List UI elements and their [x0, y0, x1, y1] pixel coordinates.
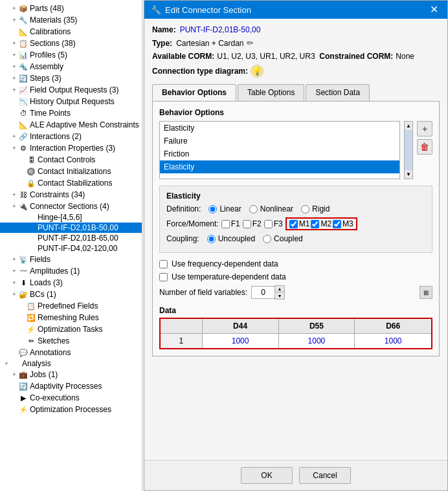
- cell-d55-1[interactable]: 1000: [278, 334, 355, 349]
- radio-coupled[interactable]: Coupled: [263, 234, 303, 243]
- tree-item-contact-stab[interactable]: 🔒 Contact Stabilizations: [0, 177, 142, 189]
- tree-item-annotations[interactable]: 💬 Annotations: [0, 347, 142, 358]
- label-adaptivity: Adaptivity Processes: [30, 382, 102, 391]
- close-button[interactable]: ✕: [427, 5, 441, 15]
- tree-item-time-points[interactable]: ⏱ Time Points: [0, 107, 142, 119]
- tree-item-contact-controls[interactable]: 🎛 Contact Controls: [0, 154, 142, 166]
- behavior-item-friction[interactable]: Friction: [160, 147, 399, 160]
- row-num-1: 1: [160, 334, 202, 349]
- behavior-side-buttons: + 🗑: [417, 121, 432, 179]
- tree-item-history-output[interactable]: 📉 History Output Requests: [0, 96, 142, 107]
- expander-bcs: +: [10, 291, 18, 298]
- cell-d44-1[interactable]: 1000: [202, 334, 278, 349]
- tab-behavior[interactable]: Behavior Options: [152, 84, 236, 101]
- grid-icon[interactable]: ⊞: [420, 286, 432, 299]
- tree-item-loads[interactable]: + ⬇ Loads (3): [0, 277, 142, 289]
- dialog-titlebar: 🔧 Edit Connector Section ✕: [144, 1, 447, 19]
- tree-item-ale[interactable]: 📐 ALE Adaptive Mesh Constraints: [0, 119, 142, 131]
- radio-rigid-input[interactable]: [301, 205, 309, 213]
- force-moment-row: Force/Moment: F1 F2 F3: [166, 217, 425, 230]
- tree-item-materials[interactable]: + 🔧 Materials (35): [0, 14, 142, 26]
- cb-f1-label: F1: [231, 219, 240, 228]
- field-variables-input[interactable]: [251, 286, 274, 299]
- cb-m2[interactable]: [311, 220, 319, 228]
- cell-d66-1[interactable]: 1000: [355, 334, 432, 349]
- icon-co-exec: ▶: [18, 393, 28, 403]
- constrained-corm-label: Constrained CORM:: [319, 52, 393, 61]
- tree-item-interactions[interactable]: + 🔗 Interactions (2): [0, 131, 142, 142]
- tree-item-assembly[interactable]: + 🔩 Assembly: [0, 61, 142, 72]
- tab-table[interactable]: Table Options: [238, 84, 304, 101]
- scroll-up[interactable]: ▲: [405, 122, 412, 130]
- ok-button[interactable]: OK: [241, 467, 293, 484]
- cb-f1[interactable]: [221, 220, 230, 228]
- tree-item-sections[interactable]: + 📋 Sections (38): [0, 38, 142, 49]
- tree-item-profiles[interactable]: + 📊 Profiles (5): [0, 49, 142, 61]
- tree-item-contact-init[interactable]: 🔘 Contact Initializations: [0, 166, 142, 177]
- cb-m3[interactable]: [333, 220, 341, 228]
- add-behavior-button[interactable]: +: [417, 121, 432, 136]
- tree-item-punt-50[interactable]: PUNT-IF-D2,01B-50,00: [0, 223, 142, 233]
- tree-item-remeshing[interactable]: 🔁 Remeshing Rules: [0, 312, 142, 323]
- use-temperature-checkbox[interactable]: [159, 273, 168, 281]
- radio-uncoupled-input[interactable]: [207, 235, 216, 243]
- cb-f3-item: F3: [264, 219, 283, 228]
- tree-item-hinge[interactable]: Hinge-[4,5,6]: [0, 212, 142, 223]
- tree-item-bcs[interactable]: + 🔐 BCs (1): [0, 289, 142, 300]
- tree-item-jobs[interactable]: + 💼 Jobs (1): [0, 369, 142, 380]
- cb-m1[interactable]: [289, 220, 298, 228]
- tree-item-opt-proc[interactable]: ⚡ Optimization Processes: [0, 404, 142, 415]
- use-frequency-checkbox[interactable]: [159, 260, 168, 268]
- label-punt-65: PUNT-IF-D2,01B-65,00: [38, 234, 118, 243]
- radio-linear[interactable]: Linear: [208, 204, 241, 213]
- tree-item-sketches[interactable]: ✏ Sketches: [0, 335, 142, 347]
- cb-f2[interactable]: [243, 220, 251, 228]
- tree-item-co-exec[interactable]: ▶ Co-executions: [0, 392, 142, 404]
- field-variables-spinner[interactable]: ▲ ▼: [251, 285, 285, 300]
- spin-up-button[interactable]: ▲: [275, 286, 284, 292]
- tree-item-interaction-props[interactable]: + ⚙ Interaction Properties (3): [0, 142, 142, 154]
- tree-item-calibrations[interactable]: 📐 Calibrations: [0, 26, 142, 38]
- spin-down-button[interactable]: ▼: [275, 292, 284, 299]
- radio-uncoupled[interactable]: Uncoupled: [207, 234, 255, 243]
- tree-item-constraints[interactable]: + ⛓ Constraints (34): [0, 189, 142, 201]
- behavior-item-elasticity2[interactable]: Elasticity: [160, 160, 399, 173]
- tree-item-amplitudes[interactable]: + 〰 Amplitudes (1): [0, 265, 142, 277]
- bulb-icon[interactable]: 💡: [251, 65, 263, 78]
- tree-item-fields[interactable]: + 📡 Fields: [0, 254, 142, 265]
- label-co-exec: Co-executions: [30, 393, 80, 402]
- tree-item-analysis[interactable]: + Analysis: [0, 358, 142, 369]
- behavior-item-failure[interactable]: Failure: [160, 135, 399, 147]
- radio-nonlinear-input[interactable]: [249, 205, 258, 213]
- radio-coupled-input[interactable]: [263, 235, 271, 243]
- tree-item-punt-120[interactable]: PUNT-IF-D4,02-120,00: [0, 243, 142, 254]
- radio-nonlinear[interactable]: Nonlinear: [249, 204, 293, 213]
- radio-rigid[interactable]: Rigid: [301, 204, 330, 213]
- expander-analysis: +: [3, 360, 10, 367]
- list-scrollbar[interactable]: ▲ ▼: [404, 121, 413, 179]
- icon-jobs: 💼: [18, 369, 28, 380]
- behavior-section-title: Behavior Options: [159, 108, 432, 117]
- icon-profiles: 📊: [18, 50, 28, 60]
- behavior-item-elasticity1[interactable]: Elasticity: [160, 122, 399, 135]
- scroll-down[interactable]: ▼: [405, 170, 412, 179]
- edit-type-icon[interactable]: ✏: [247, 38, 254, 48]
- tab-section[interactable]: Section Data: [306, 84, 370, 101]
- delete-behavior-button[interactable]: 🗑: [417, 139, 432, 155]
- tree-item-optimization[interactable]: ⚡ Optimization Tasks: [0, 323, 142, 335]
- tree-item-predefined[interactable]: 📋 Predefined Fields: [0, 300, 142, 312]
- tree-item-connector-sections[interactable]: + 🔌 Connector Sections (4): [0, 201, 142, 212]
- label-time-points: Time Points: [30, 109, 71, 118]
- tree-item-parts[interactable]: + 📦 Parts (48): [0, 3, 142, 14]
- conn-type-label: Connection type diagram:: [152, 67, 248, 76]
- expander-sections: +: [10, 40, 18, 47]
- tree-item-punt-65[interactable]: PUNT-IF-D2,01B-65,00: [0, 233, 142, 243]
- tree-item-steps[interactable]: + 🔄 Steps (3): [0, 72, 142, 84]
- available-corm-row: Available CORM: U1, U2, U3, UR1, UR2, UR…: [152, 52, 440, 61]
- behavior-list[interactable]: Elasticity Failure Friction Elasticity: [159, 121, 400, 179]
- cb-f3[interactable]: [264, 220, 273, 228]
- cancel-button[interactable]: Cancel: [299, 467, 351, 484]
- radio-linear-input[interactable]: [208, 205, 217, 213]
- tree-item-adaptivity[interactable]: 🔄 Adaptivity Processes: [0, 380, 142, 392]
- tree-item-field-output[interactable]: + 📈 Field Output Requests (3): [0, 84, 142, 96]
